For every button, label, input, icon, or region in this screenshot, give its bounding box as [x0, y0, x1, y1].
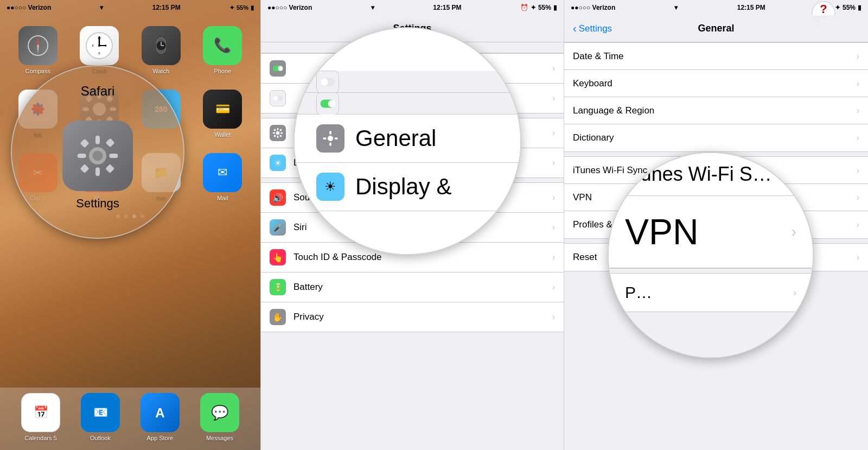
settings-title: Settings: [393, 23, 431, 34]
battery-label: Battery: [293, 282, 548, 293]
app-mail[interactable]: ✉ Mail: [196, 153, 250, 201]
svg-rect-34: [106, 116, 114, 123]
watch-icon-img: [142, 26, 181, 65]
app-compass[interactable]: Compass: [11, 26, 65, 74]
settings-row-privacy[interactable]: ✋ Privacy ›: [261, 302, 564, 332]
row-keyboard[interactable]: Keyboard ›: [564, 70, 868, 97]
outlook-icon: 📧: [81, 393, 120, 432]
bat-pct-3: 55%: [843, 4, 856, 11]
profiles-label: Profiles & Device Management: [573, 219, 852, 230]
row-itunes-wifi[interactable]: iTunes Wi-Fi Sync ›: [564, 157, 868, 184]
bat-pct-2: 55%: [538, 4, 551, 11]
settings-rows-container: › ›: [261, 42, 564, 332]
app-drive[interactable]: 📁 rive: [134, 153, 188, 201]
photos-icon-img: [18, 90, 58, 129]
photos-label: tos: [34, 131, 42, 138]
phone-icon-img: 📞: [203, 26, 242, 65]
row-language-region[interactable]: Language & Region ›: [564, 97, 868, 124]
siri-chevron: ›: [552, 223, 555, 232]
settings-icon-img: [80, 90, 119, 129]
bat-icon-3: ▮: [858, 4, 861, 11]
sounds-chevron: ›: [552, 193, 555, 202]
svg-rect-57: [273, 135, 276, 137]
app-maps[interactable]: 280: [134, 90, 188, 138]
status-bar-1: ●●○○○ Verizon ▾ 12:15 PM ✦ 55% ▮: [0, 0, 260, 15]
date-time-chevron: ›: [857, 52, 859, 61]
dock-appstore[interactable]: A App Store: [141, 393, 180, 441]
settings-row-sounds[interactable]: 🔊 Sounds ›: [261, 183, 564, 213]
settings-row-display[interactable]: ☀ Display & Brightness ›: [261, 148, 564, 178]
row-dictionary[interactable]: Dictionary ›: [564, 124, 868, 151]
general-section-main: Date & Time › Keyboard › Language & Regi…: [564, 42, 868, 152]
wifi-2: ▾: [371, 4, 374, 11]
svg-marker-2: [37, 45, 39, 54]
mail-label: Mail: [217, 195, 228, 201]
settings-grid-label: Settings: [88, 131, 110, 138]
settings-row-siri[interactable]: 🎤 Siri ›: [261, 213, 564, 243]
dictionary-chevron: ›: [857, 133, 859, 143]
dock-messages[interactable]: 💬 Messages: [200, 393, 239, 441]
row-reset[interactable]: Reset ›: [564, 244, 868, 271]
settings-row-battery[interactable]: 🔋 Battery ›: [261, 272, 564, 302]
svg-point-26: [93, 103, 106, 116]
dock-calendars[interactable]: 📅 Calendars 5: [21, 393, 60, 441]
settings-row-general[interactable]: General ›: [261, 118, 564, 148]
back-to-settings[interactable]: ‹ Settings: [573, 22, 612, 35]
bt-2: ✦: [531, 4, 536, 11]
clock-icon-img: 12 3 6 9: [80, 26, 119, 65]
app-watch[interactable]: Watch: [134, 26, 188, 74]
settings-row-toggle1[interactable]: ›: [261, 54, 564, 84]
display-chevron: ›: [552, 158, 555, 168]
privacy-icon: ✋: [270, 309, 286, 325]
messages-label: Messages: [206, 435, 233, 441]
status-bar-2: ●●○○○ Verizon ▾ 12:15 PM ⏰ ✦ 55% ▮: [261, 0, 564, 15]
privacy-label: Privacy: [293, 312, 548, 322]
wifi-3: ▾: [674, 4, 678, 11]
toggle1-chevron: ›: [552, 64, 555, 73]
app-phone[interactable]: 📞 Phone: [196, 26, 250, 74]
display-row-label: Display & Brightness: [293, 157, 548, 168]
battery-chevron: ›: [552, 282, 555, 292]
app-clock[interactable]: 12 3 6 9 Clock: [73, 26, 127, 74]
toggle1-icon: [270, 60, 286, 77]
settings-list-panel: ●●○○○ Verizon ▾ 12:15 PM ⏰ ✦ 55% ▮ Setti…: [260, 0, 564, 450]
settings-row-toggle2[interactable]: ›: [261, 84, 564, 113]
general-settings-panel: ●●○○○ Verizon ▾ 12:15 PM ⏰ ✦ 55% ▮ ? How…: [564, 0, 868, 450]
status-bar-3: ●●○○○ Verizon ▾ 12:15 PM ⏰ ✦ 55% ▮ ? How…: [564, 0, 868, 15]
dictionary-label: Dictionary: [573, 132, 852, 143]
back-label: Settings: [579, 23, 612, 34]
row-date-time[interactable]: Date & Time ›: [564, 43, 868, 70]
svg-point-50: [276, 131, 280, 135]
app-grid-row1: Compass 12 3 6 9 Clock: [0, 20, 260, 81]
dot-2: [124, 214, 128, 218]
calendars-label: Calendars 5: [24, 435, 56, 441]
compass-icon-img: [18, 26, 58, 65]
app-settings-grid[interactable]: Settings: [73, 90, 127, 138]
bat-icon-2: ▮: [553, 4, 557, 11]
general-page-title: General: [698, 23, 734, 34]
keyboard-chevron: ›: [857, 79, 859, 88]
svg-rect-58: [279, 135, 282, 137]
app-wallet[interactable]: 💳 Wallet: [196, 90, 250, 138]
clips-icon-img: ✂: [18, 153, 58, 192]
sounds-label: Sounds: [293, 192, 548, 203]
settings-row-touchid[interactable]: 👆 Touch ID & Passcode ›: [261, 243, 564, 272]
settings-section-sounds: 🔊 Sounds › 🎤 Siri › 👆 Touch ID & Passcod…: [261, 182, 564, 332]
page-dots: [0, 214, 260, 218]
alarm-2: ⏰: [520, 4, 528, 11]
svg-text:12: 12: [98, 36, 101, 40]
vpn-chevron: ›: [857, 193, 859, 202]
app-photos[interactable]: tos: [11, 90, 65, 138]
row-profiles[interactable]: Profiles & Device Management ›: [564, 211, 868, 238]
reset-chevron: ›: [857, 252, 859, 262]
dock-outlook[interactable]: 📧 Outlook: [81, 393, 120, 441]
music-label: M…: [94, 195, 105, 201]
app-clips[interactable]: ✂ Clip…: [11, 153, 65, 201]
vpn-label: VPN: [573, 192, 852, 203]
reset-label: Reset: [573, 252, 852, 263]
row-vpn[interactable]: VPN ›: [564, 184, 868, 211]
dot-1: [116, 214, 120, 218]
appstore-label: App Store: [147, 435, 174, 441]
general-section-reset: Reset ›: [564, 243, 868, 271]
app-music[interactable]: 🎵 M…: [73, 153, 127, 201]
